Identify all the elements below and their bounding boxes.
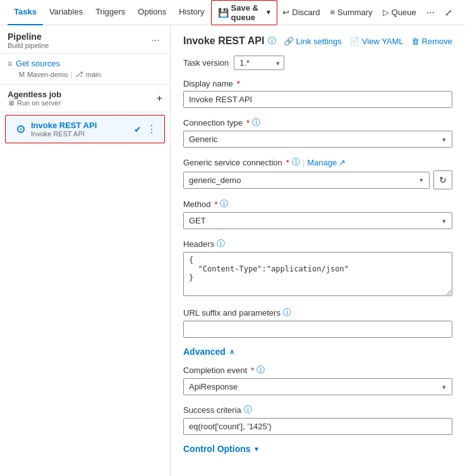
completion-event-select[interactable]: ApiResponse Callback [183, 378, 452, 395]
panel-title: Invoke REST API [183, 35, 264, 47]
remove-button[interactable]: 🗑 Remove [411, 37, 452, 46]
agentless-sub: 🖥 Run on server [8, 99, 61, 107]
headers-textarea[interactable]: { "Content-Type":"application/json" } [183, 252, 452, 296]
task-sub: Invoke REST API [31, 130, 129, 138]
discard-button[interactable]: ↩ Discard [277, 5, 325, 20]
pipeline-header-left: Pipeline Build pipeline [8, 32, 49, 49]
invoke-rest-api-task[interactable]: ⚙ Invoke REST API Invoke REST API ✔ ⋮ [5, 115, 165, 143]
advanced-chevron-icon: ∧ [229, 348, 234, 356]
display-name-field: Display name * [183, 79, 452, 108]
headers-label: Headers [183, 239, 214, 249]
add-task-button[interactable]: + [157, 93, 162, 104]
agentless-info: Agentless job 🖥 Run on server [8, 90, 61, 107]
server-icon: 🖥 [8, 99, 15, 107]
nav-variables[interactable]: Variables [43, 0, 89, 25]
headers-info-icon[interactable]: ⓘ [217, 238, 225, 249]
control-options-section-header[interactable]: Control Options ▾ [183, 444, 452, 454]
main-layout: Pipeline Build pipeline ··· ≡ Get source… [0, 25, 465, 476]
link-settings-button[interactable]: 🔗 Link settings [284, 37, 342, 46]
generic-service-connection-required: * [286, 158, 289, 167]
connection-type-select-wrapper: Generic Azure Resource Manager [183, 131, 452, 148]
agentless-label: Agentless job [8, 90, 61, 99]
task-name: Invoke REST API [31, 121, 129, 130]
get-sources-label[interactable]: Get sources [16, 59, 60, 68]
pipeline-subtitle: Build pipeline [8, 42, 49, 49]
nav-history[interactable]: History [172, 0, 210, 25]
completion-event-label: Completion event [183, 366, 247, 375]
task-version-row: Task version 1.* [183, 56, 452, 70]
yaml-icon: 📄 [349, 37, 359, 46]
display-name-input[interactable] [183, 91, 452, 108]
task-version-label: Task version [183, 58, 229, 68]
method-label: Method [183, 199, 210, 209]
method-required: * [214, 199, 217, 209]
agentless-section: Agentless job 🖥 Run on server + [0, 85, 170, 112]
pipe-sep: | [303, 158, 305, 167]
nav-options[interactable]: Options [131, 0, 172, 25]
save-queue-label: Save & queue [231, 3, 263, 22]
display-name-label: Display name [183, 79, 233, 88]
panel-header: Invoke REST API ⓘ 🔗 Link settings 📄 View… [183, 35, 452, 47]
remove-label: Remove [422, 37, 452, 46]
generic-service-connection-select[interactable]: generic_demo [183, 172, 430, 189]
get-sources-repo-icon: M [19, 71, 25, 78]
get-sources-branch: main [86, 71, 101, 78]
link-icon: 🔗 [284, 37, 294, 46]
completion-event-select-wrapper: ApiResponse Callback [183, 378, 452, 395]
queue-button[interactable]: ▷ Queue [378, 5, 421, 20]
save-queue-chevron: ▾ [267, 8, 270, 16]
pipeline-more-button[interactable]: ··· [149, 35, 162, 46]
meta-separator: | [70, 69, 72, 79]
queue-icon: ▷ [383, 8, 389, 17]
save-queue-button[interactable]: 💾 Save & queue ▾ [211, 0, 278, 25]
connection-type-info-icon[interactable]: ⓘ [252, 117, 260, 128]
success-criteria-info-icon[interactable]: ⓘ [244, 404, 252, 415]
connection-select-wrapper: generic_demo [183, 172, 430, 189]
url-suffix-info-icon[interactable]: ⓘ [283, 307, 291, 318]
headers-field: Headers ⓘ { "Content-Type":"application/… [183, 238, 452, 298]
queue-label: Queue [392, 8, 416, 17]
method-field: Method * ⓘ GET POST PUT PATCH DELETE OPT… [183, 198, 452, 229]
control-options-label: Control Options [183, 444, 251, 454]
control-options-chevron-icon: ▾ [255, 445, 258, 453]
link-settings-label: Link settings [296, 37, 342, 46]
view-yaml-button[interactable]: 📄 View YAML [349, 37, 404, 46]
advanced-section-header[interactable]: Advanced ∧ [183, 347, 452, 357]
task-more-button[interactable]: ⋮ [147, 123, 157, 135]
pipeline-title: Pipeline [8, 32, 49, 42]
url-suffix-field: URL suffix and parameters ⓘ [183, 307, 452, 338]
connection-type-label: Connection type [183, 118, 243, 128]
task-version-select-wrapper: 1.* [234, 56, 284, 70]
completion-event-field: Completion event * ⓘ ApiResponse Callbac… [183, 364, 452, 395]
nav-triggers[interactable]: Triggers [89, 0, 131, 25]
connection-type-field: Connection type * ⓘ Generic Azure Resour… [183, 117, 452, 148]
get-sources-icon: ≡ [8, 59, 12, 68]
success-criteria-field: Success criteria ⓘ [183, 404, 452, 435]
connection-type-required: * [246, 118, 250, 128]
method-select[interactable]: GET POST PUT PATCH DELETE OPTIONS HEAD [183, 212, 452, 229]
summary-button[interactable]: ≡ Summary [325, 5, 377, 20]
save-icon: 💾 [218, 8, 229, 18]
branch-icon: ⎇ [75, 70, 83, 78]
completion-event-required: * [251, 366, 254, 375]
advanced-label: Advanced [183, 347, 226, 357]
success-criteria-input[interactable] [183, 418, 452, 435]
nav-tasks[interactable]: Tasks [8, 0, 43, 25]
connection-type-select[interactable]: Generic Azure Resource Manager [183, 131, 452, 148]
generic-service-connection-label: Generic service connection [183, 158, 282, 167]
task-info: Invoke REST API Invoke REST API [31, 121, 129, 138]
task-version-select[interactable]: 1.* [234, 56, 284, 70]
panel-info-icon[interactable]: ⓘ [268, 35, 276, 47]
task-check-icon: ✔ [134, 124, 142, 134]
connection-row: generic_demo ↻ [183, 170, 452, 189]
expand-button[interactable]: ⤢ [440, 5, 457, 20]
agentless-sub-text: Run on server [17, 99, 61, 107]
discard-label: Discard [292, 8, 320, 17]
completion-event-info-icon[interactable]: ⓘ [257, 364, 265, 376]
url-suffix-input[interactable] [183, 321, 452, 338]
generic-service-info-icon[interactable]: ⓘ [292, 157, 300, 168]
method-info-icon[interactable]: ⓘ [220, 198, 228, 210]
connection-refresh-button[interactable]: ↻ [433, 170, 452, 189]
more-button[interactable]: ··· [421, 4, 440, 21]
manage-link[interactable]: Manage ↗ [307, 158, 346, 167]
